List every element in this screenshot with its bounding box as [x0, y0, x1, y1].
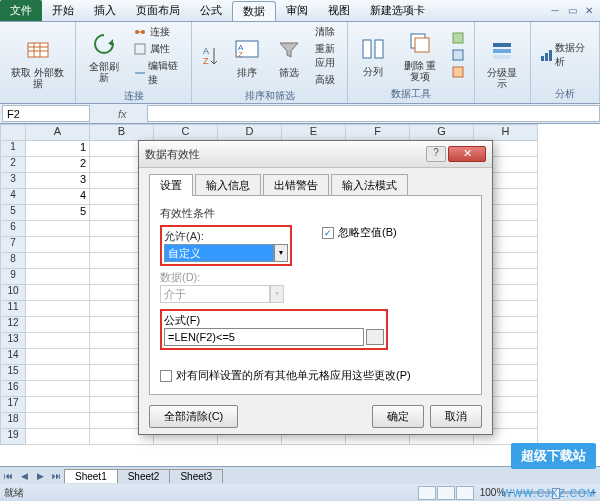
- tab-file[interactable]: 文件: [0, 0, 42, 21]
- dropdown-arrow-icon[interactable]: ▾: [274, 244, 288, 262]
- cell[interactable]: 5: [26, 205, 90, 221]
- row-head[interactable]: 13: [0, 333, 26, 349]
- dialog-help-button[interactable]: ?: [426, 146, 446, 162]
- sort-az-button[interactable]: AZ: [198, 39, 224, 73]
- sheet-tab[interactable]: Sheet1: [64, 469, 118, 483]
- outline-button[interactable]: 分级显示: [481, 33, 524, 91]
- row-head[interactable]: 16: [0, 381, 26, 397]
- edit-links-button[interactable]: 编辑链接: [130, 58, 186, 88]
- sheet-nav-prev[interactable]: ◀: [16, 471, 32, 481]
- cell[interactable]: [26, 237, 90, 253]
- formula-field[interactable]: =LEN(F2)<=5: [164, 328, 364, 346]
- tab-new[interactable]: 新建选项卡: [360, 3, 435, 18]
- row-head[interactable]: 17: [0, 397, 26, 413]
- view-layout-button[interactable]: [437, 486, 455, 500]
- sheet-nav-first[interactable]: ⏮: [0, 471, 16, 481]
- dialog-tab-input[interactable]: 输入信息: [195, 174, 261, 196]
- view-pagebreak-button[interactable]: [456, 486, 474, 500]
- reapply-button[interactable]: 重新应用: [312, 41, 341, 71]
- sheet-tab[interactable]: Sheet2: [117, 469, 171, 483]
- tab-view[interactable]: 视图: [318, 3, 360, 18]
- cell[interactable]: [26, 365, 90, 381]
- row-head[interactable]: 12: [0, 317, 26, 333]
- cell[interactable]: 2: [26, 157, 90, 173]
- col-head[interactable]: C: [154, 124, 218, 141]
- dialog-titlebar[interactable]: 数据有效性 ? ✕: [139, 141, 492, 168]
- properties-button[interactable]: 属性: [130, 41, 186, 57]
- tab-home[interactable]: 开始: [42, 3, 84, 18]
- text-to-columns-button[interactable]: 分列: [354, 32, 392, 79]
- sheet-nav-last[interactable]: ⏭: [48, 471, 64, 481]
- cell[interactable]: 3: [26, 173, 90, 189]
- cell[interactable]: [26, 429, 90, 445]
- clear-all-button[interactable]: 全部清除(C): [149, 405, 238, 428]
- close-icon[interactable]: ✕: [582, 4, 596, 18]
- sort-button[interactable]: AZ排序: [228, 33, 266, 80]
- cell[interactable]: [26, 349, 90, 365]
- row-head[interactable]: 5: [0, 205, 26, 221]
- advanced-filter-button[interactable]: 高级: [312, 72, 341, 88]
- get-external-data-button[interactable]: 获取 外部数据: [6, 33, 69, 91]
- row-head[interactable]: 4: [0, 189, 26, 205]
- clear-filter-button[interactable]: 清除: [312, 24, 341, 40]
- cell[interactable]: 4: [26, 189, 90, 205]
- col-head[interactable]: E: [282, 124, 346, 141]
- dialog-tab-ime[interactable]: 输入法模式: [331, 174, 408, 196]
- row-head[interactable]: 8: [0, 253, 26, 269]
- cancel-button[interactable]: 取消: [430, 405, 482, 428]
- dialog-close-button[interactable]: ✕: [448, 146, 486, 162]
- connections-button[interactable]: 连接: [130, 24, 186, 40]
- dialog-tab-error[interactable]: 出错警告: [263, 174, 329, 196]
- cell[interactable]: [26, 285, 90, 301]
- min-icon[interactable]: ─: [548, 4, 562, 18]
- row-head[interactable]: 6: [0, 221, 26, 237]
- allow-dropdown[interactable]: 自定义: [164, 244, 274, 262]
- dialog-tab-settings[interactable]: 设置: [149, 174, 193, 196]
- cell[interactable]: [26, 333, 90, 349]
- tab-review[interactable]: 审阅: [276, 3, 318, 18]
- row-head[interactable]: 1: [0, 141, 26, 157]
- data-analysis-button[interactable]: 数据分析: [537, 40, 593, 70]
- col-head[interactable]: D: [218, 124, 282, 141]
- cell[interactable]: [26, 317, 90, 333]
- row-head[interactable]: 2: [0, 157, 26, 173]
- cell[interactable]: [26, 397, 90, 413]
- cell[interactable]: [26, 413, 90, 429]
- datatool-icon-1[interactable]: [448, 30, 468, 46]
- refresh-all-button[interactable]: 全部刷新: [82, 27, 125, 85]
- formula-input[interactable]: [147, 105, 600, 122]
- name-box[interactable]: F2: [2, 105, 90, 122]
- range-picker-icon[interactable]: [366, 329, 384, 345]
- cell[interactable]: [26, 253, 90, 269]
- row-head[interactable]: 10: [0, 285, 26, 301]
- tab-formula[interactable]: 公式: [190, 3, 232, 18]
- row-head[interactable]: 15: [0, 365, 26, 381]
- cell[interactable]: [26, 381, 90, 397]
- apply-same-checkbox[interactable]: 对有同样设置的所有其他单元格应用这些更改(P): [160, 368, 471, 383]
- col-head[interactable]: B: [90, 124, 154, 141]
- datatool-icon-2[interactable]: [448, 47, 468, 63]
- cell[interactable]: [26, 269, 90, 285]
- remove-duplicates-button[interactable]: 删除 重复项: [396, 26, 443, 84]
- datatool-icon-3[interactable]: [448, 64, 468, 80]
- row-head[interactable]: 11: [0, 301, 26, 317]
- cell[interactable]: [26, 301, 90, 317]
- row-head[interactable]: 14: [0, 349, 26, 365]
- cell[interactable]: 1: [26, 141, 90, 157]
- sheet-tab[interactable]: Sheet3: [169, 469, 223, 483]
- row-head[interactable]: 7: [0, 237, 26, 253]
- row-head[interactable]: 9: [0, 269, 26, 285]
- view-normal-button[interactable]: [418, 486, 436, 500]
- col-head[interactable]: A: [26, 124, 90, 141]
- col-head[interactable]: G: [410, 124, 474, 141]
- tab-layout[interactable]: 页面布局: [126, 3, 190, 18]
- row-head[interactable]: 3: [0, 173, 26, 189]
- select-all-corner[interactable]: [0, 124, 26, 141]
- cell[interactable]: [26, 221, 90, 237]
- sheet-nav-next[interactable]: ▶: [32, 471, 48, 481]
- row-head[interactable]: 18: [0, 413, 26, 429]
- ok-button[interactable]: 确定: [372, 405, 424, 428]
- restore-icon[interactable]: ▭: [565, 4, 579, 18]
- col-head[interactable]: H: [474, 124, 538, 141]
- tab-data[interactable]: 数据: [232, 1, 276, 21]
